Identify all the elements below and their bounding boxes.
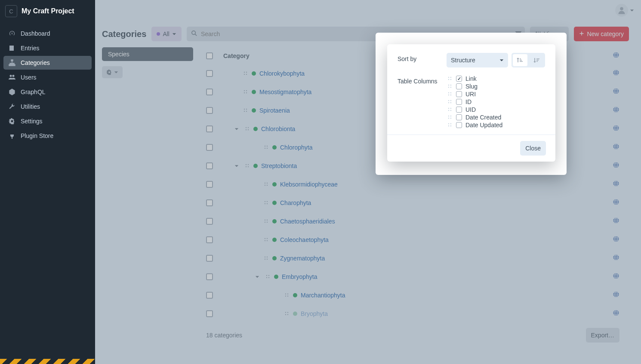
column-option-uid[interactable]: UID <box>447 106 502 113</box>
drag-handle-icon[interactable] <box>263 181 269 188</box>
app-title[interactable]: My Craft Project <box>22 7 74 15</box>
sidebar-item-graphql[interactable]: GraphQL <box>3 85 92 99</box>
sidebar-item-entries[interactable]: Entries <box>3 41 92 55</box>
drag-handle-icon[interactable] <box>447 91 453 98</box>
link-icon[interactable] <box>613 236 619 244</box>
link-icon[interactable] <box>613 199 619 207</box>
sidebar-item-categories[interactable]: Categories <box>3 56 92 70</box>
drag-handle-icon[interactable] <box>263 144 269 151</box>
user-menu-chevron-icon[interactable] <box>630 7 634 14</box>
link-icon[interactable] <box>613 143 619 151</box>
drag-handle-icon[interactable] <box>242 89 248 95</box>
category-title-link[interactable]: Chlorokybophyta <box>259 70 305 77</box>
row-checkbox[interactable] <box>206 273 213 280</box>
row-checkbox[interactable] <box>206 255 213 262</box>
category-title-link[interactable]: Chlorobionta <box>261 125 295 132</box>
drag-handle-icon[interactable] <box>244 162 250 169</box>
sort-by-select[interactable]: Structure <box>447 53 508 67</box>
sidebar-item-utilities[interactable]: Utilities <box>3 100 92 113</box>
sources-settings-button[interactable] <box>102 66 123 78</box>
column-checkbox[interactable] <box>456 107 462 113</box>
drag-handle-icon[interactable] <box>284 310 290 317</box>
category-title-link[interactable]: Marchantiophyta <box>301 292 345 299</box>
close-button[interactable]: Close <box>520 141 546 156</box>
sort-asc-button[interactable] <box>512 54 528 67</box>
column-option-date-updated[interactable]: Date Updated <box>447 122 502 128</box>
row-checkbox[interactable] <box>206 310 213 317</box>
link-icon[interactable] <box>613 254 619 262</box>
sidebar-item-plugin-store[interactable]: Plugin Store <box>3 129 92 143</box>
expand-toggle[interactable] <box>234 162 240 169</box>
column-option-slug[interactable]: Slug <box>447 83 502 90</box>
column-checkbox[interactable] <box>456 76 462 82</box>
sidebar-item-users[interactable]: Users <box>3 70 92 84</box>
category-title-link[interactable]: Klebsormidiophyceae <box>280 181 338 188</box>
column-checkbox[interactable] <box>456 91 462 97</box>
drag-handle-icon[interactable] <box>263 218 269 225</box>
link-icon[interactable] <box>613 106 619 114</box>
category-title-link[interactable]: Embryophyta <box>282 273 317 280</box>
drag-handle-icon[interactable] <box>263 255 269 262</box>
drag-handle-icon[interactable] <box>263 199 269 206</box>
category-title-link[interactable]: Zygnematophyta <box>280 255 325 262</box>
category-title-link[interactable]: Streptobionta <box>261 162 297 169</box>
column-checkbox[interactable] <box>456 122 462 128</box>
drag-handle-icon[interactable] <box>447 106 453 113</box>
expand-toggle[interactable] <box>234 125 240 132</box>
drag-handle-icon[interactable] <box>447 75 453 82</box>
drag-handle-icon[interactable] <box>263 236 269 243</box>
link-icon[interactable] <box>613 69 619 77</box>
row-checkbox[interactable] <box>206 236 213 243</box>
sidebar-item-dashboard[interactable]: Dashboard <box>3 27 92 40</box>
link-icon[interactable] <box>613 272 619 281</box>
column-checkbox[interactable] <box>456 99 462 105</box>
row-checkbox[interactable] <box>206 162 213 169</box>
row-checkbox[interactable] <box>206 89 213 95</box>
category-title-link[interactable]: Charophyta <box>280 199 311 206</box>
link-icon[interactable] <box>613 88 619 96</box>
link-icon[interactable] <box>613 162 619 170</box>
source-filter-all-button[interactable]: All <box>151 27 182 41</box>
column-option-link[interactable]: Link <box>447 75 502 82</box>
drag-handle-icon[interactable] <box>447 83 453 90</box>
row-checkbox[interactable] <box>206 199 213 206</box>
column-option-date-created[interactable]: Date Created <box>447 114 502 121</box>
row-checkbox[interactable] <box>206 125 213 132</box>
row-checkbox[interactable] <box>206 292 213 299</box>
link-icon[interactable] <box>613 217 619 225</box>
category-title-link[interactable]: Coleochaetophyta <box>280 236 329 243</box>
sidebar-item-settings[interactable]: Settings <box>3 114 92 128</box>
new-category-button[interactable]: New category <box>574 27 629 41</box>
row-checkbox[interactable] <box>206 218 213 225</box>
select-all-checkbox[interactable] <box>206 52 213 59</box>
category-title-link[interactable]: Chlorophyta <box>280 144 313 151</box>
drag-handle-icon[interactable] <box>242 107 248 114</box>
expand-toggle[interactable] <box>255 273 261 280</box>
category-title-link[interactable]: Spirotaenia <box>259 107 290 114</box>
export-button[interactable]: Export… <box>586 328 619 343</box>
app-logo[interactable]: C <box>5 5 17 17</box>
drag-handle-icon[interactable] <box>447 98 453 105</box>
link-icon[interactable] <box>613 125 619 133</box>
link-icon[interactable] <box>613 180 619 188</box>
drag-handle-icon[interactable] <box>244 125 250 132</box>
drag-handle-icon[interactable] <box>447 122 453 128</box>
link-icon[interactable] <box>613 309 619 318</box>
drag-handle-icon[interactable] <box>284 292 290 299</box>
drag-handle-icon[interactable] <box>447 114 453 121</box>
user-avatar[interactable] <box>615 4 628 17</box>
category-title-link[interactable]: Chaetosphaeridiales <box>280 218 335 225</box>
column-checkbox[interactable] <box>456 114 462 120</box>
row-checkbox[interactable] <box>206 107 213 114</box>
row-checkbox[interactable] <box>206 144 213 151</box>
row-checkbox[interactable] <box>206 70 213 77</box>
column-option-id[interactable]: ID <box>447 98 502 105</box>
drag-handle-icon[interactable] <box>265 273 271 280</box>
drag-handle-icon[interactable] <box>242 70 248 77</box>
link-icon[interactable] <box>613 291 619 299</box>
column-checkbox[interactable] <box>456 83 462 89</box>
sort-desc-button[interactable] <box>529 53 545 67</box>
row-checkbox[interactable] <box>206 181 213 188</box>
source-species[interactable]: Species <box>102 47 193 61</box>
category-title-link[interactable]: Bryophyta <box>301 310 328 317</box>
